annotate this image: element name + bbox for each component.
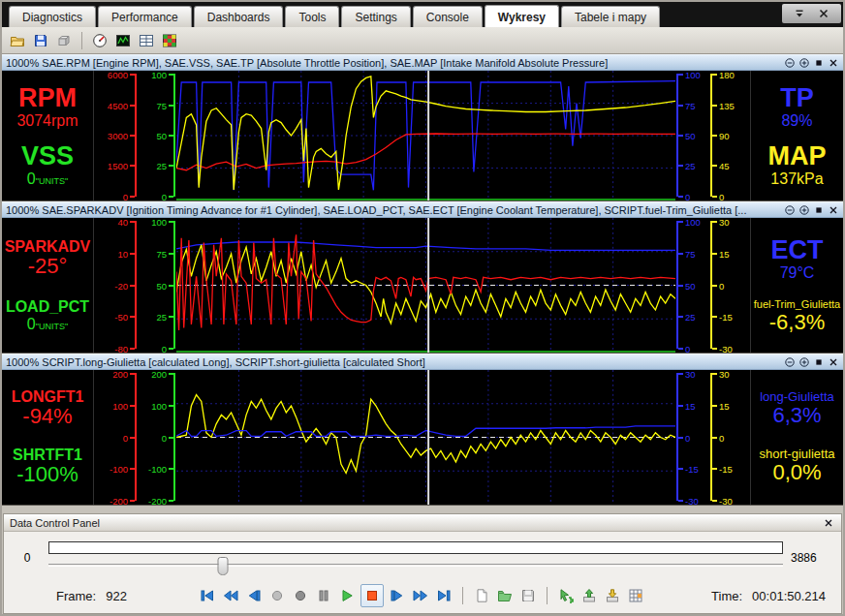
panel-close-icon[interactable] bbox=[827, 56, 839, 69]
left-axes: 4010-20-50-801007550250 bbox=[94, 218, 176, 353]
axis-tick bbox=[678, 74, 683, 76]
chart-plot-area[interactable] bbox=[176, 71, 675, 200]
chart-panel-titlebar[interactable]: 1000% SAE.RPM [Engine RPM], SAE.VSS, SAE… bbox=[2, 54, 843, 71]
axis-tick bbox=[712, 253, 717, 255]
close-icon[interactable] bbox=[822, 516, 835, 530]
left-axis: 2001000-100-200 bbox=[138, 370, 176, 505]
open-log-icon[interactable] bbox=[495, 586, 515, 605]
tab-performance[interactable]: Performance bbox=[98, 6, 192, 27]
skip-end-icon[interactable] bbox=[434, 586, 454, 605]
meter-unit: % bbox=[802, 460, 822, 484]
axis-tick bbox=[678, 348, 683, 350]
data-io-controls bbox=[556, 586, 645, 605]
axis-tick bbox=[678, 437, 683, 439]
axis-tick bbox=[678, 135, 683, 137]
axis-tick bbox=[712, 135, 717, 137]
right-axis: 18013590450 bbox=[709, 71, 750, 200]
skip-start-icon[interactable] bbox=[198, 586, 217, 605]
panel-close-icon[interactable] bbox=[827, 203, 839, 216]
tab-console[interactable]: Console bbox=[413, 6, 483, 27]
meter-unit: % bbox=[798, 112, 812, 129]
axis-tick bbox=[678, 468, 683, 470]
tab-overflow-icon[interactable] bbox=[790, 4, 809, 23]
axis-tick bbox=[712, 500, 717, 502]
step-forward-icon[interactable] bbox=[388, 586, 407, 605]
data-control-panel-titlebar[interactable]: Data Control Panel bbox=[4, 514, 841, 532]
print-box-icon[interactable] bbox=[54, 31, 74, 50]
right-axis: 1007550250 bbox=[675, 218, 709, 353]
chart-plot-area[interactable] bbox=[176, 370, 675, 505]
fast-forward-icon[interactable] bbox=[411, 586, 430, 605]
axis-tick bbox=[130, 221, 135, 223]
tab-dashboards[interactable]: Dashboards bbox=[194, 6, 284, 27]
axis-tick-label: -30 bbox=[685, 495, 699, 506]
panel-close-icon[interactable] bbox=[827, 355, 839, 368]
frame-slider-track[interactable] bbox=[48, 564, 783, 567]
record-icon[interactable] bbox=[267, 586, 287, 605]
export-data-icon[interactable] bbox=[579, 586, 599, 605]
open-folder-icon[interactable] bbox=[8, 31, 27, 50]
pause-icon[interactable] bbox=[314, 586, 333, 605]
axis-tick bbox=[169, 437, 173, 439]
gauge-icon[interactable] bbox=[90, 31, 110, 50]
collapse-icon[interactable] bbox=[783, 203, 796, 216]
play-icon[interactable] bbox=[337, 586, 357, 605]
axis-tick bbox=[678, 285, 683, 287]
axis-tick bbox=[678, 221, 683, 223]
grid-view-icon[interactable] bbox=[626, 586, 645, 605]
meter-value: -94% bbox=[12, 405, 84, 428]
axis-tick-label: 6000 bbox=[108, 70, 128, 80]
collapse-icon[interactable] bbox=[783, 56, 796, 69]
chart-plot-area[interactable] bbox=[176, 218, 675, 353]
record-alt-icon[interactable] bbox=[291, 586, 310, 605]
frame-label: Frame: bbox=[56, 589, 96, 603]
left-axis: 1007550250 bbox=[138, 218, 176, 353]
table-icon[interactable] bbox=[137, 31, 156, 50]
maximize-icon[interactable] bbox=[812, 203, 825, 216]
rewind-icon[interactable] bbox=[221, 586, 240, 605]
collapse-icon[interactable] bbox=[783, 355, 796, 368]
graph-icon[interactable] bbox=[113, 31, 133, 50]
expand-icon[interactable] bbox=[798, 355, 810, 368]
chart-panel-titlebar[interactable]: 1000% SAE.SPARKADV [Ignition Timing Adva… bbox=[2, 201, 843, 218]
axis-tick-label: -100 bbox=[148, 464, 167, 475]
maximize-icon[interactable] bbox=[812, 355, 825, 368]
axis-tick bbox=[130, 437, 135, 439]
axis-tick-label: 0 bbox=[162, 191, 167, 201]
axis-tick bbox=[169, 221, 173, 223]
save-icon[interactable] bbox=[31, 31, 50, 50]
expand-icon[interactable] bbox=[798, 203, 810, 216]
window-close-icon[interactable] bbox=[814, 4, 833, 23]
step-back-icon[interactable] bbox=[244, 586, 264, 605]
stop-icon[interactable] bbox=[360, 584, 384, 607]
append-data-icon[interactable] bbox=[556, 586, 576, 605]
left-meter-box: RPM3074rpmVSS0"UNITS" bbox=[2, 71, 94, 200]
axis-tick-label: 25 bbox=[156, 161, 167, 171]
chart-panels: 1000% SAE.RPM [Engine RPM], SAE.VSS, SAE… bbox=[2, 54, 843, 506]
map-icon[interactable] bbox=[160, 31, 179, 50]
chart-panel-titlebar[interactable]: 1000% SCRIPT.long-Giulietta [calculated … bbox=[2, 354, 843, 370]
meter-label: SHRTFT1 bbox=[13, 447, 82, 463]
axis-line bbox=[135, 74, 137, 197]
save-log-icon[interactable] bbox=[518, 586, 538, 605]
left-axes: 2001000-100-2002001000-100-200 bbox=[94, 370, 176, 505]
frame-slider-zone: 0 3886 bbox=[14, 539, 831, 580]
tab-diagnostics[interactable]: Diagnostics bbox=[9, 6, 96, 27]
meter-label: LOAD_PCT bbox=[6, 298, 89, 315]
expand-icon[interactable] bbox=[798, 56, 810, 69]
tab-settings[interactable]: Settings bbox=[341, 6, 410, 27]
axis-tick bbox=[130, 373, 135, 375]
import-data-icon[interactable] bbox=[603, 586, 622, 605]
new-log-icon[interactable] bbox=[472, 586, 491, 605]
axis-tick-label: -200 bbox=[148, 495, 167, 506]
axis-tick-label: 25 bbox=[685, 312, 696, 323]
maximize-icon[interactable] bbox=[812, 56, 825, 69]
tab-tabele-i-mapy[interactable]: Tabele i mapy bbox=[561, 6, 660, 27]
tab-wykresy[interactable]: Wykresy bbox=[485, 5, 559, 27]
meter-label: SPARKADV bbox=[5, 238, 91, 255]
axis-tick-label: 0 bbox=[685, 432, 690, 443]
tab-tools[interactable]: Tools bbox=[285, 6, 339, 27]
chart-panel-title: 1000% SAE.RPM [Engine RPM], SAE.VSS, SAE… bbox=[6, 57, 783, 69]
frame-slider-thumb[interactable] bbox=[217, 557, 228, 575]
axis-tick-label: 25 bbox=[685, 161, 696, 171]
